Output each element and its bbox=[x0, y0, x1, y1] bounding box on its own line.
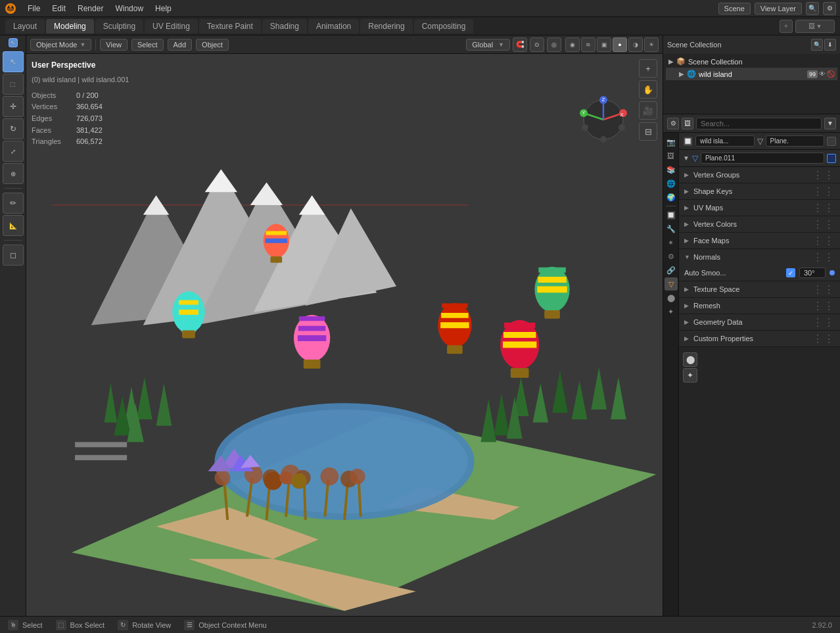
rendered-shading-btn[interactable]: ☀ bbox=[644, 37, 659, 52]
props-icon-modifiers[interactable]: 🔧 bbox=[665, 222, 678, 235]
measure-tool[interactable]: 📐 bbox=[3, 215, 24, 236]
object-menu[interactable]: Object bbox=[196, 39, 229, 51]
box-select-tool[interactable]: ⬚ bbox=[3, 74, 24, 95]
tab-compositing[interactable]: Compositing bbox=[414, 19, 474, 34]
props-chevron[interactable]: ▼ bbox=[824, 118, 836, 129]
props-icon-view-layer[interactable]: 📚 bbox=[665, 163, 678, 176]
gizmo[interactable]: X Y Z bbox=[577, 93, 630, 146]
view-menu[interactable]: View bbox=[100, 39, 128, 51]
props-icon-scene[interactable]: 🌐 bbox=[665, 177, 678, 190]
props-icon-particles[interactable]: ✴ bbox=[665, 236, 678, 249]
ts-label: Texture Space bbox=[693, 285, 810, 293]
annotate-tool[interactable]: ✏ bbox=[3, 193, 24, 214]
tab-rendering[interactable]: Rendering bbox=[360, 19, 412, 34]
select-menu[interactable]: Select bbox=[131, 39, 164, 51]
scale-tool[interactable]: ⤢ bbox=[3, 141, 24, 162]
wild-island-item[interactable]: ▶ 🌐 wild island 99 👁 🚫 bbox=[666, 68, 837, 80]
cp-dots: ⋮⋮ bbox=[812, 333, 835, 345]
props-icon-data[interactable]: ▽ bbox=[665, 277, 678, 291]
show-gizmos-btn[interactable]: ◉ bbox=[565, 37, 580, 52]
viewport-overlay-btn[interactable]: ≋ bbox=[581, 37, 595, 52]
outliner-filter-icon[interactable]: 🔍 bbox=[811, 39, 823, 51]
props-icon-physics[interactable]: ⚙ bbox=[665, 250, 678, 263]
shape-keys-header[interactable]: ▶ Shape Keys ⋮⋮ bbox=[679, 183, 840, 199]
view-layer-label[interactable]: View Layer bbox=[755, 3, 802, 14]
header-icon-search[interactable]: 🔍 bbox=[806, 2, 819, 15]
props-icon-constraints[interactable]: 🔗 bbox=[665, 264, 678, 277]
scene-label[interactable]: Scene bbox=[718, 3, 751, 14]
transform-tool[interactable]: ⊕ bbox=[3, 163, 24, 184]
camera-btn[interactable]: 🎥 bbox=[639, 101, 657, 120]
snap-btn[interactable]: 🧲 bbox=[513, 37, 527, 52]
remesh-header[interactable]: ▶ Remesh ⋮⋮ bbox=[679, 298, 840, 314]
props-icon-shader[interactable]: ✦ bbox=[665, 305, 678, 318]
custom-props-header[interactable]: ▶ Custom Properties ⋮⋮ bbox=[679, 331, 840, 346]
sk-label: Shape Keys bbox=[693, 187, 810, 195]
app-layout: File Edit Render Window Help Scene View … bbox=[0, 0, 840, 633]
grid-btn[interactable]: ⊟ bbox=[639, 122, 657, 141]
material-icon-btn[interactable]: ⬤ bbox=[683, 352, 697, 367]
props-display-icon[interactable]: 🖼 bbox=[682, 118, 693, 129]
uv-maps-header[interactable]: ▶ UV Maps ⋮⋮ bbox=[679, 200, 840, 216]
tab-layout[interactable]: Layout bbox=[5, 19, 45, 34]
mesh-name[interactable]: Plane. bbox=[766, 135, 825, 147]
menu-file[interactable]: File bbox=[22, 3, 45, 14]
visibility-icon[interactable]: 👁 bbox=[819, 70, 826, 78]
menu-window[interactable]: Window bbox=[110, 3, 149, 14]
select-tool[interactable]: ↖ bbox=[3, 51, 24, 72]
viewport[interactable]: Object Mode ▼ View Select Add Object Glo… bbox=[26, 35, 663, 616]
menu-help[interactable]: Help bbox=[150, 3, 177, 14]
object-mode-button[interactable]: Object Mode ▼ bbox=[30, 39, 91, 51]
auto-smooth-value[interactable]: 30° bbox=[799, 268, 826, 278]
add-menu[interactable]: Add bbox=[168, 39, 193, 51]
viewport-scene[interactable]: User Perspective (0) wild island | wild … bbox=[26, 54, 663, 616]
props-icon-render[interactable]: 📷 bbox=[665, 135, 678, 149]
auto-smooth-dot[interactable] bbox=[829, 270, 835, 275]
hide-icon[interactable]: 🚫 bbox=[827, 70, 835, 78]
vc-dots: ⋮⋮ bbox=[812, 218, 835, 231]
vertex-colors-header[interactable]: ▶ Vertex Colors ⋮⋮ bbox=[679, 216, 840, 232]
props-icon-world[interactable]: 🌍 bbox=[665, 191, 678, 204]
tab-sculpting[interactable]: Sculpting bbox=[95, 19, 143, 34]
props-panel-icon[interactable]: ⚙ bbox=[667, 118, 679, 129]
add-cube-tool[interactable]: ◻ bbox=[3, 245, 24, 266]
solid-shading-btn[interactable]: ● bbox=[613, 37, 627, 52]
proportional-btn[interactable]: ⊙ bbox=[530, 37, 544, 52]
xray-btn[interactable]: ▣ bbox=[597, 37, 611, 52]
rotate-tool[interactable]: ↻ bbox=[3, 118, 24, 139]
normals-header[interactable]: ▼ Normals ⋮⋮ bbox=[679, 249, 840, 265]
cursor-tool[interactable]: ↖ bbox=[9, 38, 18, 47]
face-maps-header[interactable]: ▶ Face Maps ⋮⋮ bbox=[679, 233, 840, 248]
shader-icon-btn[interactable]: ✦ bbox=[683, 368, 697, 383]
tab-animation[interactable]: Animation bbox=[308, 19, 359, 34]
obj-name[interactable]: wild isla... bbox=[695, 135, 755, 147]
tab-uv-editing[interactable]: UV Editing bbox=[145, 19, 198, 34]
header-icon-settings[interactable]: ⚙ bbox=[823, 2, 836, 15]
material-shading-btn[interactable]: ◑ bbox=[628, 37, 643, 52]
tab-shading[interactable]: Shading bbox=[262, 19, 307, 34]
menu-edit[interactable]: Edit bbox=[47, 3, 71, 14]
pivot-btn[interactable]: ◎ bbox=[547, 37, 561, 52]
pan-btn[interactable]: ✋ bbox=[639, 80, 657, 99]
move-tool[interactable]: ✛ bbox=[3, 96, 24, 117]
tab-texture-paint[interactable]: Texture Paint bbox=[199, 19, 261, 34]
zoom-in-btn[interactable]: + bbox=[639, 59, 657, 78]
tab-add-icon[interactable]: + bbox=[780, 20, 793, 33]
menu-render[interactable]: Render bbox=[72, 3, 108, 14]
vertex-groups-header[interactable]: ▶ Vertex Groups ⋮⋮ bbox=[679, 167, 840, 183]
geometry-data-header[interactable]: ▶ Geometry Data ⋮⋮ bbox=[679, 314, 840, 330]
props-icon-object[interactable]: 🔲 bbox=[665, 208, 678, 222]
outliner-sort-icon[interactable]: ⬇ bbox=[824, 39, 836, 51]
props-icon-output[interactable]: 🖼 bbox=[665, 149, 678, 162]
collection-root[interactable]: ▶ 📦 Scene Collection bbox=[666, 55, 837, 68]
props-icon-material[interactable]: ⬤ bbox=[665, 291, 678, 304]
auto-smooth-checkbox[interactable]: ✓ bbox=[786, 268, 795, 277]
pin-icon[interactable] bbox=[827, 137, 836, 146]
tab-modeling[interactable]: Modeling bbox=[46, 19, 94, 34]
mesh-data-pin[interactable] bbox=[827, 154, 836, 163]
texture-space-header[interactable]: ▶ Texture Space ⋮⋮ bbox=[679, 281, 840, 297]
transform-orientation[interactable]: Global▼ bbox=[466, 39, 510, 51]
tab-icon-group[interactable]: 🖼▼ bbox=[795, 20, 835, 33]
mesh-data-name[interactable]: Plane.011 bbox=[701, 152, 824, 164]
props-search[interactable] bbox=[696, 118, 822, 129]
